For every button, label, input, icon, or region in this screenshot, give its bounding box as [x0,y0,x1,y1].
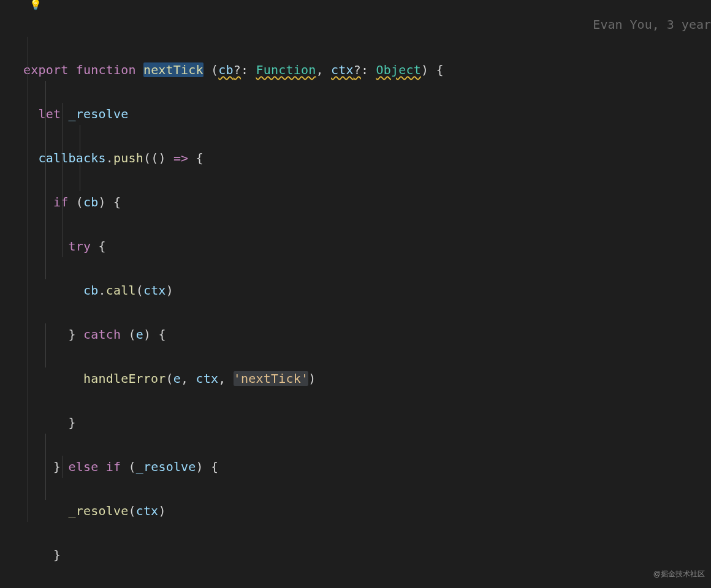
code-line: cb.call(ctx) [0,279,711,301]
code-line: _resolve(ctx) [0,500,711,522]
lightbulb-icon[interactable]: 💡 [29,0,42,10]
watermark: @掘金技术社区 [653,569,705,579]
code-line: try { [0,235,711,257]
code-line: export function nextTick (cb?: Function,… [0,59,711,81]
function-name-nextTick: nextTick [143,62,203,77]
code-line: callbacks.push(() => { [0,147,711,169]
code-line [0,22,711,37]
code-line: } [0,412,711,434]
code-line: let _resolve [0,103,711,125]
code-line: if (cb) { [0,191,711,213]
string-nextTick-highlight: 'nextTick' [234,371,308,386]
code-line: } [0,544,711,566]
code-line: } catch (e) { [0,323,711,345]
code-line: } else if (_resolve) { [0,456,711,478]
code-editor[interactable]: export function nextTick (cb?: Function,… [0,0,711,588]
code-line: handleError(e, ctx, 'nextTick') [0,368,711,390]
